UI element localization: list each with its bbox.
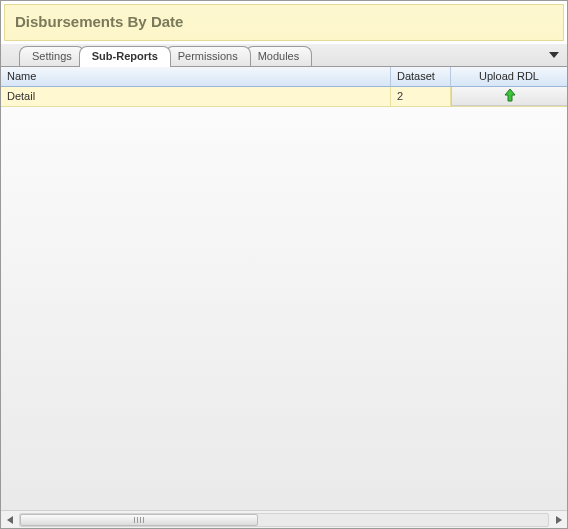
grid-header: Name Dataset Upload RDL [1,67,567,87]
scroll-track[interactable] [19,513,549,527]
horizontal-scrollbar[interactable] [1,510,567,528]
scroll-left-button[interactable] [1,512,18,528]
upload-arrow-icon [452,88,567,102]
chevron-right-icon [556,516,562,524]
app-window: Disbursements By Date Settings Sub-Repor… [0,0,568,529]
scroll-right-button[interactable] [550,512,567,528]
sub-reports-grid: Name Dataset Upload RDL Detail 2 [1,67,567,510]
svg-marker-2 [7,516,13,524]
svg-marker-1 [505,89,515,101]
column-header-dataset[interactable]: Dataset [391,67,451,86]
tab-overflow-button[interactable] [547,48,561,62]
content-area: Name Dataset Upload RDL Detail 2 [1,67,567,528]
grid-body: Detail 2 [1,87,567,510]
tab-permissions[interactable]: Permissions [165,46,251,66]
page-title: Disbursements By Date [4,4,564,41]
svg-marker-3 [556,516,562,524]
svg-marker-0 [549,52,559,58]
tab-modules[interactable]: Modules [245,46,313,66]
tab-settings[interactable]: Settings [19,46,85,66]
grip-icon [134,517,144,523]
column-header-upload[interactable]: Upload RDL [451,67,567,86]
tab-bar: Settings Sub-Reports Permissions Modules [1,44,567,67]
cell-dataset: 2 [391,87,451,106]
cell-name: Detail [1,87,391,106]
upload-rdl-button[interactable] [451,87,567,106]
tab-sub-reports[interactable]: Sub-Reports [79,46,171,67]
chevron-left-icon [7,516,13,524]
table-row[interactable]: Detail 2 [1,87,567,107]
scroll-thumb[interactable] [20,514,258,526]
chevron-down-icon [549,52,559,58]
column-header-name[interactable]: Name [1,67,391,86]
